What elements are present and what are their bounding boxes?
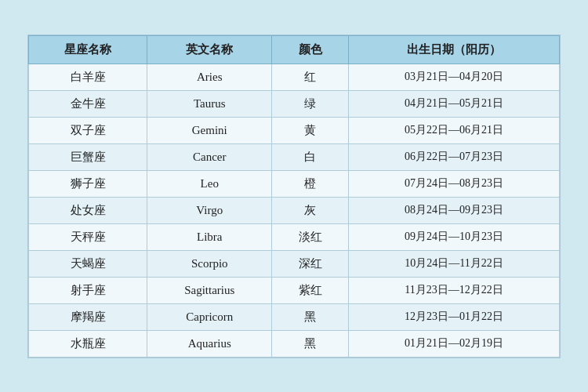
table-row: 摩羯座Capricorn黑12月23日—01月22日: [29, 303, 560, 330]
cell-chinese-name: 双子座: [29, 117, 147, 143]
cell-date: 04月21日—05月21日: [349, 90, 560, 117]
cell-color: 黄: [272, 117, 349, 143]
col-header-color: 颜色: [272, 35, 349, 64]
col-header-date: 出生日期（阳历）: [349, 35, 560, 64]
cell-color: 淡红: [272, 223, 349, 250]
cell-english-name: Capricorn: [147, 303, 272, 330]
table-row: 射手座Sagittarius紫红11月23日—12月22日: [29, 277, 560, 303]
table-body: 白羊座Aries红03月21日—04月20日金牛座Taurus绿04月21日—0…: [29, 64, 560, 357]
cell-date: 03月21日—04月20日: [349, 64, 560, 90]
cell-english-name: Cancer: [147, 143, 272, 170]
cell-date: 08月24日—09月23日: [349, 197, 560, 223]
cell-english-name: Libra: [147, 223, 272, 250]
cell-chinese-name: 射手座: [29, 277, 147, 303]
cell-color: 黑: [272, 330, 349, 357]
cell-date: 01月21日—02月19日: [349, 330, 560, 357]
cell-english-name: Virgo: [147, 197, 272, 223]
cell-color: 橙: [272, 170, 349, 197]
table-row: 处女座Virgo灰08月24日—09月23日: [29, 197, 560, 223]
cell-chinese-name: 金牛座: [29, 90, 147, 117]
cell-english-name: Aries: [147, 64, 272, 90]
table-row: 白羊座Aries红03月21日—04月20日: [29, 64, 560, 90]
table-row: 狮子座Leo橙07月24日—08月23日: [29, 170, 560, 197]
table-row: 天蝎座Scorpio深红10月24日—11月22日: [29, 250, 560, 277]
cell-english-name: Aquarius: [147, 330, 272, 357]
cell-color: 白: [272, 143, 349, 170]
cell-date: 10月24日—11月22日: [349, 250, 560, 277]
cell-chinese-name: 摩羯座: [29, 303, 147, 330]
cell-english-name: Scorpio: [147, 250, 272, 277]
table-row: 天秤座Libra淡红09月24日—10月23日: [29, 223, 560, 250]
cell-chinese-name: 天蝎座: [29, 250, 147, 277]
cell-color: 绿: [272, 90, 349, 117]
cell-date: 05月22日—06月21日: [349, 117, 560, 143]
cell-date: 12月23日—01月22日: [349, 303, 560, 330]
table-row: 双子座Gemini黄05月22日—06月21日: [29, 117, 560, 143]
cell-english-name: Taurus: [147, 90, 272, 117]
cell-color: 深红: [272, 250, 349, 277]
cell-chinese-name: 水瓶座: [29, 330, 147, 357]
cell-color: 黑: [272, 303, 349, 330]
zodiac-table-container: 星座名称 英文名称 颜色 出生日期（阳历） 白羊座Aries红03月21日—04…: [27, 34, 561, 358]
cell-chinese-name: 狮子座: [29, 170, 147, 197]
cell-color: 紫红: [272, 277, 349, 303]
cell-english-name: Leo: [147, 170, 272, 197]
cell-date: 07月24日—08月23日: [349, 170, 560, 197]
table-row: 水瓶座Aquarius黑01月21日—02月19日: [29, 330, 560, 357]
cell-date: 06月22日—07月23日: [349, 143, 560, 170]
cell-date: 11月23日—12月22日: [349, 277, 560, 303]
col-header-english: 英文名称: [147, 35, 272, 64]
table-header-row: 星座名称 英文名称 颜色 出生日期（阳历）: [29, 35, 560, 64]
cell-color: 红: [272, 64, 349, 90]
col-header-chinese: 星座名称: [29, 35, 147, 64]
cell-english-name: Sagittarius: [147, 277, 272, 303]
cell-chinese-name: 处女座: [29, 197, 147, 223]
table-row: 巨蟹座Cancer白06月22日—07月23日: [29, 143, 560, 170]
cell-date: 09月24日—10月23日: [349, 223, 560, 250]
zodiac-table: 星座名称 英文名称 颜色 出生日期（阳历） 白羊座Aries红03月21日—04…: [28, 35, 560, 358]
cell-chinese-name: 白羊座: [29, 64, 147, 90]
cell-color: 灰: [272, 197, 349, 223]
cell-chinese-name: 天秤座: [29, 223, 147, 250]
cell-chinese-name: 巨蟹座: [29, 143, 147, 170]
cell-english-name: Gemini: [147, 117, 272, 143]
table-row: 金牛座Taurus绿04月21日—05月21日: [29, 90, 560, 117]
